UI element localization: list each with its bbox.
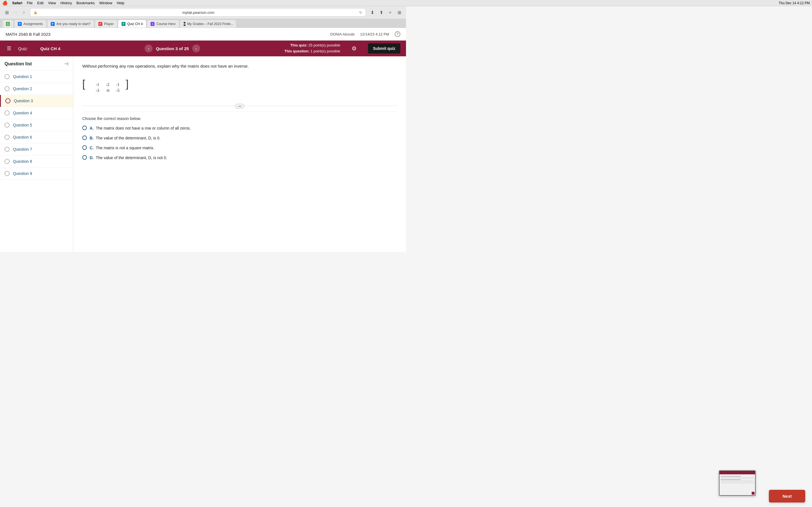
- question-item-9[interactable]: Question 9: [0, 168, 73, 180]
- tab-assignments[interactable]: P Assignments: [14, 20, 47, 27]
- tab-quiz[interactable]: P Quiz CH 4: [118, 20, 146, 27]
- tab-label-grades: My Grades – Fall 2023 Finite...: [187, 22, 234, 26]
- share-btn[interactable]: ⬆: [378, 9, 385, 16]
- divider-handle[interactable]: •••: [235, 104, 245, 109]
- browser-chrome: ⊞ ‹ › 🔒 mylab.pearson.com ↻ ⬇ ⬆ ＋ ⊞ G P …: [0, 6, 406, 28]
- settings-icon: ⚙: [352, 45, 357, 52]
- question-nav: ‹ Question 3 of 25 ›: [145, 45, 200, 52]
- radio-c[interactable]: [82, 145, 87, 150]
- help-button[interactable]: ?: [395, 31, 400, 37]
- hamburger-icon: ☰: [7, 46, 11, 51]
- menu-window[interactable]: Window: [99, 1, 112, 5]
- quiz-points-info: This quiz: 25 point(s) possible: [285, 43, 340, 48]
- option-letter-b: B.: [90, 136, 94, 140]
- radio-d[interactable]: [82, 155, 87, 160]
- tab-favicon-grades: M: [184, 22, 186, 26]
- question-points-info: This question: 1 point(s) possible: [285, 48, 340, 54]
- browser-actions: ⬇ ⬆ ＋ ⊞: [369, 9, 403, 16]
- quiz-prefix: Quiz:: [18, 46, 28, 51]
- tab-player[interactable]: P Player: [95, 20, 117, 27]
- tab-course-hero[interactable]: C Course Hero: [147, 20, 179, 27]
- new-tab-btn[interactable]: ＋: [387, 9, 394, 16]
- menu-safari[interactable]: Safari: [12, 1, 22, 5]
- refresh-icon[interactable]: ↻: [359, 10, 362, 15]
- page-header: MATH 2040 B Fall 2023 DONIA Alzoubi 12/1…: [0, 28, 406, 41]
- hamburger-menu-btn[interactable]: ☰: [6, 44, 12, 53]
- option-a[interactable]: A. The matrix does not have a row or col…: [82, 125, 397, 131]
- forward-btn[interactable]: ›: [21, 9, 27, 15]
- apple-menu[interactable]: 🍎: [2, 1, 8, 6]
- option-text-c: The matrix is not a square matrix.: [96, 146, 154, 150]
- option-c[interactable]: C. The matrix is not a square matrix.: [82, 145, 397, 151]
- question-list-title: Question list: [4, 61, 32, 66]
- address-bar[interactable]: 🔒 mylab.pearson.com ↻: [30, 8, 366, 17]
- option-label-c: C. The matrix is not a square matrix.: [90, 145, 154, 151]
- question-item-7[interactable]: Question 7: [0, 144, 73, 156]
- lock-icon: 🔒: [34, 11, 38, 14]
- question-radio-5: [4, 122, 10, 128]
- menu-view[interactable]: View: [48, 1, 56, 5]
- menu-help[interactable]: Help: [117, 1, 124, 5]
- tab-favicon-assignments: P: [18, 22, 22, 26]
- option-d[interactable]: D. The value of the determinant, D, is n…: [82, 155, 397, 161]
- radio-a[interactable]: [82, 126, 87, 130]
- header-datetime: 12/14/23 4:12 PM: [360, 32, 389, 36]
- course-name: MATH 2040 B Fall 2023: [6, 32, 50, 37]
- next-question-nav-btn[interactable]: ›: [192, 45, 200, 52]
- tabs-btn[interactable]: ⊞: [396, 9, 403, 16]
- question-label-7: Question 7: [13, 147, 32, 152]
- question-points-label: This question:: [285, 49, 310, 53]
- radio-b[interactable]: [82, 135, 87, 140]
- matrix-r1c0: -3: [90, 88, 100, 93]
- menu-bookmarks[interactable]: Bookmarks: [77, 1, 95, 5]
- quiz-settings-btn[interactable]: ⚙: [350, 44, 358, 53]
- question-list-sidebar: Question list ⊣ Question 1 Question 2 Qu…: [0, 56, 73, 252]
- tab-label-assignments: Assignments: [23, 22, 43, 26]
- tab-g[interactable]: G: [2, 20, 13, 27]
- menu-history[interactable]: History: [60, 1, 71, 5]
- question-item-2[interactable]: Question 2: [0, 83, 73, 95]
- question-item-3[interactable]: Question 3: [0, 95, 73, 107]
- tab-my-grades[interactable]: M My Grades – Fall 2023 Finite...: [180, 20, 236, 27]
- quiz-info: This quiz: 25 point(s) possible This que…: [285, 43, 340, 54]
- question-label-5: Question 5: [13, 123, 32, 127]
- main-layout: Question list ⊣ Question 1 Question 2 Qu…: [0, 56, 406, 252]
- question-counter: Question 3 of 25: [156, 46, 189, 51]
- collapse-sidebar-btn[interactable]: ⊣: [64, 61, 68, 67]
- prev-question-btn[interactable]: ‹: [145, 45, 153, 52]
- download-btn[interactable]: ⬇: [369, 9, 375, 16]
- question-item-6[interactable]: Question 6: [0, 131, 73, 144]
- question-radio-1: [4, 74, 10, 79]
- answer-options: A. The matrix does not have a row or col…: [82, 125, 397, 161]
- tab-favicon-player: P: [98, 22, 102, 26]
- menu-edit[interactable]: Edit: [37, 1, 43, 5]
- question-radio-6: [4, 135, 10, 140]
- option-label-a: A. The matrix does not have a row or col…: [90, 125, 191, 131]
- tab-favicon-hero: C: [151, 22, 154, 26]
- option-letter-a: A.: [90, 126, 94, 130]
- menu-file[interactable]: File: [27, 1, 33, 5]
- question-radio-7: [4, 147, 10, 152]
- tab-favicon-g: G: [6, 22, 10, 26]
- tab-favicon-quiz: P: [121, 22, 125, 26]
- tab-are-you-ready[interactable]: P Are you ready to start?: [47, 20, 94, 27]
- help-icon-label: ?: [396, 32, 398, 36]
- tab-label-player: Player: [104, 22, 114, 26]
- quiz-header: ☰ Quiz: Quiz CH 4 ‹ Question 3 of 25 › T…: [0, 41, 406, 56]
- question-points-num: 1 point(s) possible: [310, 49, 340, 53]
- matrix-r0c1: -2: [100, 82, 110, 87]
- question-label-4: Question 4: [13, 111, 32, 115]
- sidebar-toggle-btn[interactable]: ⊞: [3, 9, 10, 16]
- page-header-left: MATH 2040 B Fall 2023: [6, 32, 50, 37]
- option-b[interactable]: B. The value of the determinant, D, is 0…: [82, 135, 397, 141]
- option-text-d: The value of the determinant, D, is not …: [96, 156, 167, 160]
- matrix-grid: -1 -2 -1 -3 -6 -5: [86, 81, 125, 94]
- question-item-8[interactable]: Question 8: [0, 156, 73, 168]
- matrix-r1c1: -6: [100, 88, 110, 93]
- question-item-5[interactable]: Question 5: [0, 119, 73, 131]
- back-btn[interactable]: ‹: [13, 9, 19, 15]
- question-item-1[interactable]: Question 1: [0, 71, 73, 83]
- question-item-4[interactable]: Question 4: [0, 107, 73, 119]
- submit-quiz-btn[interactable]: Submit quiz: [368, 43, 400, 54]
- question-radio-2: [4, 86, 10, 91]
